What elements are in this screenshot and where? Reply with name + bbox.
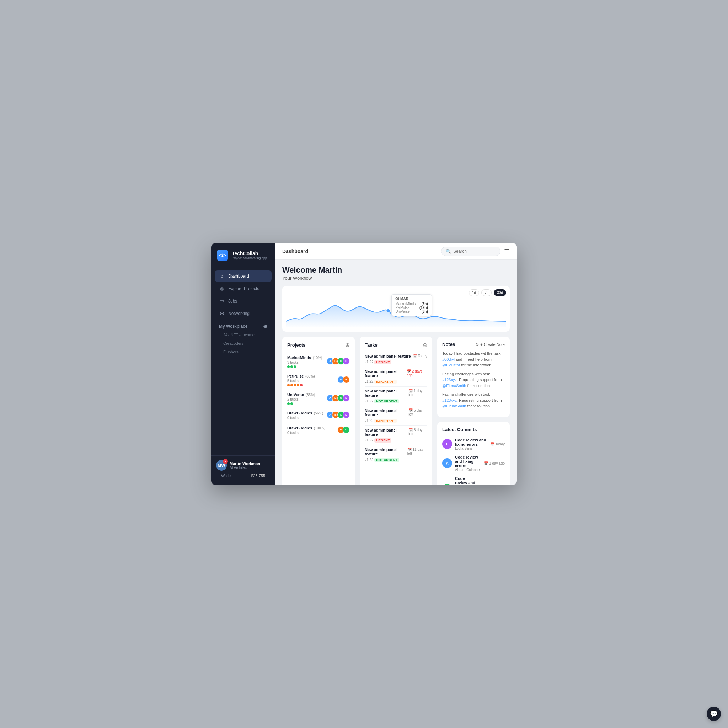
projects-header: Projects ⊕ bbox=[287, 342, 350, 348]
logo: </> TechCollab Project collaborating app bbox=[211, 243, 275, 267]
workflow-chart bbox=[286, 298, 506, 327]
note-item: Facing challenges with task #123xyz. Req… bbox=[442, 371, 505, 389]
sidebar-item-label: Networking bbox=[228, 311, 249, 316]
chart-area: 1d 7d 30d 09 MAR MarketMinds (5h) PetPul… bbox=[282, 286, 510, 332]
app-subtitle: Project collaborating app bbox=[232, 256, 267, 260]
topbar: Dashboard 🔍 ☰ bbox=[275, 243, 517, 260]
sidebar: </> TechCollab Project collaborating app… bbox=[211, 243, 275, 485]
project-item: BrewBuddies (100%) 0 tasks B C bbox=[287, 422, 350, 437]
sidebar-item-label: Explore Projects bbox=[228, 286, 259, 291]
create-note-button[interactable]: ⊕ + Create Note bbox=[476, 342, 505, 347]
task-item: New admin panel feature 📅 11 day left v1… bbox=[365, 445, 427, 465]
sidebar-nav: ⌂ Dashboard ◎ Explore Projects ▭ Jobs ⋈ … bbox=[211, 267, 275, 455]
main-content: Dashboard 🔍 ☰ Welcome Martin Your Workfl… bbox=[275, 243, 517, 485]
user-role: AI Architect bbox=[229, 466, 270, 470]
sidebar-item-dashboard[interactable]: ⌂ Dashboard bbox=[215, 270, 272, 282]
project-item: UniVerse (35%) 2 tasks A B C D bbox=[287, 389, 350, 407]
app-name: TechCollab bbox=[232, 251, 267, 256]
logo-icon: </> bbox=[217, 249, 228, 261]
commit-avatar: M bbox=[442, 484, 452, 485]
search-input[interactable] bbox=[453, 249, 496, 254]
wallet-row: Wallet $23,755 bbox=[216, 471, 270, 480]
chart-header: 1d 7d 30d bbox=[286, 289, 506, 296]
tasks-title: Tasks bbox=[365, 342, 378, 348]
topbar-right: 🔍 ☰ bbox=[441, 247, 510, 256]
chart-btn-7d[interactable]: 7d bbox=[481, 289, 492, 296]
page-title: Dashboard bbox=[282, 248, 308, 254]
commits-title: Latest Commits bbox=[442, 427, 477, 432]
user-name: Martin Workman bbox=[229, 461, 270, 466]
projects-card: Projects ⊕ MarketMinds (10%) 3 tasks A bbox=[282, 336, 355, 485]
my-workplace-section: My Workplace ⊕ bbox=[215, 320, 272, 330]
sidebar-item-creacoders[interactable]: Creacoders bbox=[215, 339, 272, 348]
task-item: New admin panel feature 📅 8 day left v1.… bbox=[365, 426, 427, 445]
commit-item: L Code review and fixing errors Lydia Sa… bbox=[442, 436, 505, 453]
add-project-button[interactable]: ⊕ bbox=[345, 342, 350, 348]
note-item: Facing challenges with task #123xyz. Req… bbox=[442, 392, 505, 409]
jobs-icon: ▭ bbox=[219, 298, 225, 304]
note-item: Today I had obstacles wit the task #00di… bbox=[442, 350, 505, 368]
wallet-label: Wallet bbox=[221, 474, 232, 478]
tasks-card: Tasks ⊕ New admin panel feature 📅 Today … bbox=[360, 336, 432, 485]
svg-point-0 bbox=[386, 309, 390, 312]
task-item: New admin panel feature 📅 1 day left v1.… bbox=[365, 387, 427, 406]
notification-badge: 2 bbox=[223, 459, 228, 464]
chat-fab-button[interactable]: 💬 bbox=[707, 707, 721, 721]
projects-title: Projects bbox=[287, 342, 305, 348]
project-item: MarketMinds (10%) 3 tasks A B C D bbox=[287, 352, 350, 370]
commits-header: Latest Commits bbox=[442, 427, 505, 432]
content-area: Welcome Martin Your Workflow 1d 7d 30d 0… bbox=[275, 260, 517, 485]
commits-card: Latest Commits L Code review and fixing … bbox=[437, 422, 510, 485]
commits-list: L Code review and fixing errors Lydia Sa… bbox=[442, 436, 505, 485]
add-task-button[interactable]: ⊕ bbox=[423, 342, 427, 348]
search-icon: 🔍 bbox=[446, 249, 451, 254]
sidebar-item-label: Jobs bbox=[228, 298, 237, 304]
tasks-list: New admin panel feature 📅 Today v1.22 UR… bbox=[365, 352, 427, 465]
project-item: PetPulse (80%) 5 tasks A B bbox=[287, 370, 350, 389]
my-workplace-label: My Workplace bbox=[219, 324, 248, 329]
welcome-section: Welcome Martin Your Workflow bbox=[282, 266, 510, 281]
dashboard-icon: ⌂ bbox=[219, 273, 225, 279]
task-item: New admin panel feature 📅 Today v1.22 UR… bbox=[365, 352, 427, 367]
notes-header: Notes ⊕ + Create Note bbox=[442, 342, 505, 347]
welcome-title: Welcome Martin bbox=[282, 266, 510, 275]
avatar: MW 2 bbox=[216, 460, 227, 471]
notes-title: Notes bbox=[442, 342, 455, 347]
chart-btn-30d[interactable]: 30d bbox=[494, 289, 506, 296]
sidebar-footer: MW 2 Martin Workman AI Architect Wallet … bbox=[211, 455, 275, 485]
sidebar-item-flubbers[interactable]: Flubbers bbox=[215, 348, 272, 356]
task-item: New admin panel feature 📅 5 day left v1.… bbox=[365, 406, 427, 426]
commit-avatar: A bbox=[442, 458, 452, 468]
sidebar-item-nft[interactable]: 24k NFT - Income bbox=[215, 330, 272, 339]
commit-avatar: L bbox=[442, 439, 452, 449]
task-item: New admin panel feature 📅 2 days ago v1.… bbox=[365, 367, 427, 387]
sidebar-item-explore[interactable]: ◎ Explore Projects bbox=[215, 283, 272, 294]
sidebar-item-networking[interactable]: ⋈ Networking bbox=[215, 307, 272, 319]
menu-icon[interactable]: ☰ bbox=[504, 248, 510, 255]
user-info: MW 2 Martin Workman AI Architect bbox=[216, 460, 270, 471]
commit-item: M Code review and fixing errors Maren Ko… bbox=[442, 474, 505, 485]
commit-item: A Code review and fixing errors Abram Cu… bbox=[442, 453, 505, 474]
add-workplace-button[interactable]: ⊕ bbox=[263, 323, 267, 329]
tasks-header: Tasks ⊕ bbox=[365, 342, 427, 348]
network-icon: ⋈ bbox=[219, 310, 225, 316]
project-item: BrewBuddies (56%) 0 tasks A B C D bbox=[287, 407, 350, 422]
workflow-label: Your Workflow bbox=[282, 275, 510, 281]
explore-icon: ◎ bbox=[219, 286, 225, 291]
chart-btn-1d[interactable]: 1d bbox=[469, 289, 479, 296]
notes-card: Notes ⊕ + Create Note Today I had obstac… bbox=[437, 336, 510, 417]
sidebar-item-label: Dashboard bbox=[228, 274, 249, 279]
sidebar-item-jobs[interactable]: ▭ Jobs bbox=[215, 295, 272, 307]
wallet-amount: $23,755 bbox=[251, 474, 265, 478]
search-box: 🔍 bbox=[441, 247, 500, 256]
projects-list: MarketMinds (10%) 3 tasks A B C D bbox=[287, 352, 350, 437]
